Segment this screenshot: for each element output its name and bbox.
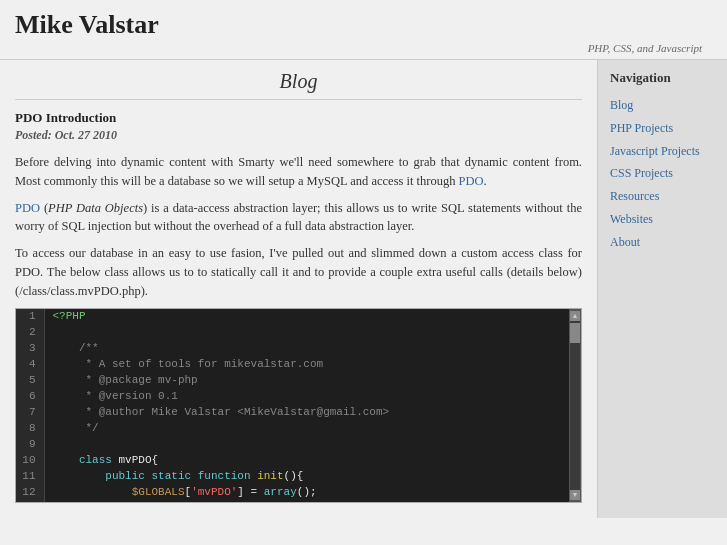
post-paragraph-3: To access our database in an easy to use… [15, 244, 582, 300]
post-date: Posted: Oct. 27 2010 [15, 128, 582, 143]
sidebar-item-php-projects[interactable]: PHP Projects [610, 117, 715, 140]
sidebar-item-blog[interactable]: Blog [610, 94, 715, 117]
code-row: 8 */ [16, 421, 569, 437]
scrollbar-track[interactable] [570, 321, 580, 490]
code-row: 3 /** [16, 341, 569, 357]
page-heading: Blog [15, 70, 582, 100]
sidebar-item-css-projects[interactable]: CSS Projects [610, 162, 715, 185]
code-row: 6 * @version 0.1 [16, 389, 569, 405]
sidebar-item-javascript-projects[interactable]: Javascript Projects [610, 140, 715, 163]
pdo-link-1[interactable]: PDO [459, 174, 484, 188]
code-row: 1<?PHP [16, 309, 569, 325]
code-row: 10 class mvPDO{ [16, 453, 569, 469]
code-row: 9 [16, 437, 569, 453]
sidebar-item-about[interactable]: About [610, 231, 715, 254]
code-table: 1<?PHP 2 3 /** 4 * A set of tools for mi… [16, 309, 569, 502]
post-body: Before delving into dynamic content with… [15, 153, 582, 300]
code-row: 12 $GLOBALS['mvPDO'] = array(); [16, 485, 569, 501]
scrollbar-up-button[interactable]: ▲ [570, 311, 580, 321]
code-row: 4 * A set of tools for mikevalstar.com [16, 357, 569, 373]
post-paragraph-1: Before delving into dynamic content with… [15, 153, 582, 191]
code-row: 5 * @package mv-php [16, 373, 569, 389]
code-area[interactable]: 1<?PHP 2 3 /** 4 * A set of tools for mi… [16, 309, 569, 502]
post-title: PDO Introduction [15, 110, 582, 126]
site-title: Mike Valstar [15, 10, 712, 40]
code-row: 2 [16, 325, 569, 341]
scrollbar-down-button[interactable]: ▼ [570, 490, 580, 500]
code-block: 1<?PHP 2 3 /** 4 * A set of tools for mi… [15, 308, 582, 503]
code-scrollbar[interactable]: ▲ ▼ [569, 309, 581, 502]
site-subtitle: PHP, CSS, and Javascript [15, 42, 712, 54]
nav-heading: Navigation [610, 70, 715, 86]
main-content: Blog PDO Introduction Posted: Oct. 27 20… [0, 60, 597, 518]
sidebar-item-websites[interactable]: Websites [610, 208, 715, 231]
site-header: Mike Valstar PHP, CSS, and Javascript [0, 0, 727, 60]
code-row: 13 $GLOBALS['mvPDO']['server'] = ''; [16, 501, 569, 503]
pdo-highlight: PDO [15, 201, 40, 215]
sidebar-item-resources[interactable]: Resources [610, 185, 715, 208]
sidebar: Navigation Blog PHP Projects Javascript … [597, 60, 727, 518]
code-row: 7 * @author Mike Valstar <MikeValstar@gm… [16, 405, 569, 421]
scrollbar-thumb[interactable] [570, 323, 580, 343]
post-paragraph-2: PDO (PHP Data Objects) is a data-access … [15, 199, 582, 237]
code-row: 11 public static function init(){ [16, 469, 569, 485]
